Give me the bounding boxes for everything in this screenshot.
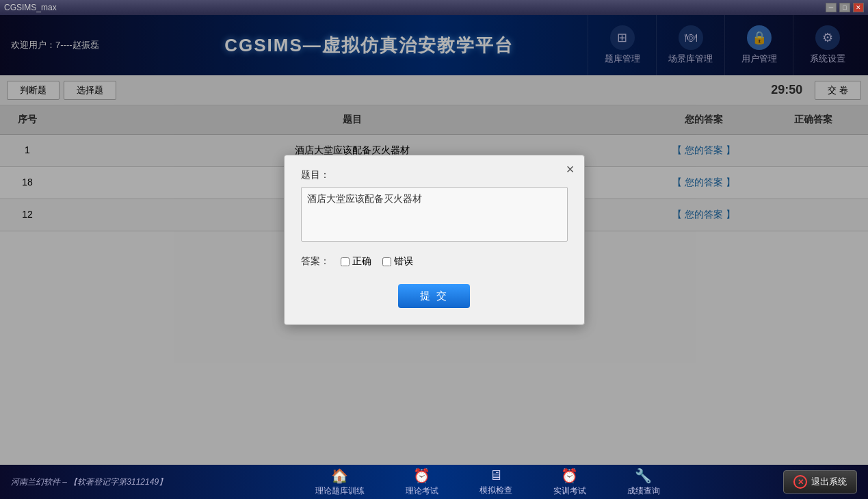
score-query-icon: 🔧: [635, 468, 652, 484]
restore-button[interactable]: □: [839, 3, 850, 12]
footer-theory-exam[interactable]: ⏰ 理论考试: [406, 468, 438, 497]
checkbox-wrong[interactable]: [382, 257, 391, 266]
minimize-button[interactable]: ─: [826, 3, 837, 12]
footer-mock-check-label: 模拟检查: [479, 485, 512, 496]
close-button[interactable]: ✕: [853, 3, 864, 12]
option-correct[interactable]: 正确: [341, 255, 371, 268]
exit-label: 退出系统: [811, 476, 847, 488]
footer-score-query-label: 成绩查询: [627, 485, 660, 497]
dialog-submit-button[interactable]: 提 交: [398, 284, 469, 308]
mock-check-icon: 🖥: [489, 468, 503, 483]
footer-nav: 🏠 理论题库训练 ⏰ 理论考试 🖥 模拟检查 ⏰ 实训考试 🔧 成绩查询: [192, 468, 783, 497]
copyright-text: 河南兰幻软件 – 【软著登记字第3112149】: [0, 476, 192, 488]
dialog-answer-label: 答案：: [301, 255, 330, 268]
dialog-question-label: 题目：: [301, 169, 568, 181]
window-controls: ─ □ ✕: [826, 3, 864, 12]
option-wrong-label: 错误: [394, 255, 413, 268]
footer-theory-train-label: 理论题库训练: [315, 485, 365, 497]
footer-practice-exam-label: 实训考试: [553, 485, 586, 497]
option-wrong[interactable]: 错误: [382, 255, 413, 268]
app-title: CGSIMS_max: [4, 3, 826, 12]
checkbox-correct[interactable]: [341, 257, 350, 266]
dialog-overlay: × 题目： 答案： 正确 错误 提 交: [0, 15, 868, 465]
title-bar: CGSIMS_max ─ □ ✕: [0, 0, 868, 15]
footer-theory-exam-label: 理论考试: [406, 485, 438, 497]
answer-dialog: × 题目： 答案： 正确 错误 提 交: [284, 155, 585, 325]
option-correct-label: 正确: [352, 255, 371, 268]
theory-train-icon: 🏠: [331, 468, 348, 484]
footer-theory-train[interactable]: 🏠 理论题库训练: [315, 468, 365, 497]
exit-button[interactable]: ✕ 退出系统: [783, 470, 857, 494]
dialog-answer-section: 答案： 正确 错误: [301, 255, 568, 268]
theory-exam-icon: ⏰: [413, 468, 430, 484]
footer: 河南兰幻软件 – 【软著登记字第3112149】 🏠 理论题库训练 ⏰ 理论考试…: [0, 465, 868, 499]
dialog-close-button[interactable]: ×: [566, 162, 575, 176]
dialog-question-textarea[interactable]: [301, 187, 568, 242]
footer-practice-exam[interactable]: ⏰ 实训考试: [553, 468, 586, 497]
footer-mock-check[interactable]: 🖥 模拟检查: [479, 468, 512, 496]
footer-score-query[interactable]: 🔧 成绩查询: [627, 468, 660, 497]
exit-icon: ✕: [793, 475, 807, 489]
practice-exam-icon: ⏰: [561, 468, 578, 484]
dialog-answer-options: 正确 错误: [341, 255, 413, 268]
exit-area: ✕ 退出系统: [783, 470, 868, 494]
